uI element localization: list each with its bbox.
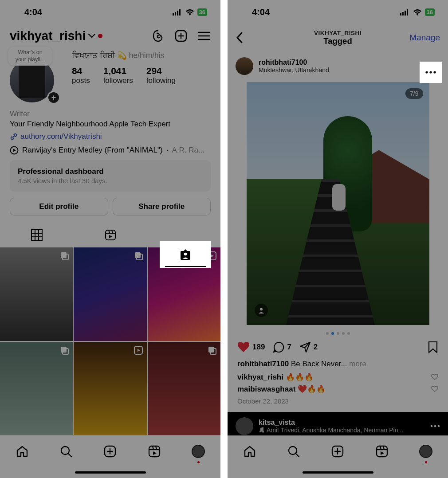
status-right: 36 — [400, 8, 435, 16]
post-avatar[interactable] — [236, 57, 253, 75]
heart-outline-icon[interactable] — [431, 386, 438, 392]
music-row[interactable]: Ranvijay's Entry Medley (From "ANIMAL") … — [0, 146, 220, 160]
svg-line-57 — [383, 446, 384, 450]
search-icon — [287, 445, 300, 458]
svg-point-59 — [429, 71, 432, 73]
next-more-button[interactable] — [430, 425, 440, 427]
comment-icon — [273, 341, 284, 353]
bookmark-icon — [428, 341, 438, 353]
plus-box-icon — [331, 445, 344, 458]
carousel-icon — [59, 345, 69, 355]
action-bar: 189 7 2 — [228, 341, 448, 359]
nav-create[interactable] — [329, 443, 346, 460]
send-icon — [299, 341, 311, 353]
edit-profile-button[interactable]: Edit profile — [10, 198, 108, 215]
comment-button[interactable]: 7 — [273, 341, 291, 353]
home-indicator — [75, 471, 146, 474]
grid-item[interactable] — [74, 247, 146, 341]
svg-line-38 — [156, 446, 157, 450]
stat-following[interactable]: 294following — [146, 66, 176, 85]
svg-point-58 — [425, 71, 428, 73]
wifi-icon — [185, 9, 195, 16]
nav-profile[interactable] — [417, 443, 434, 460]
add-story-badge[interactable]: + — [47, 91, 60, 104]
pronouns: he/him/his — [129, 51, 165, 60]
bio-link[interactable]: authory.com/Vikhyatrishi — [10, 131, 211, 141]
svg-rect-1 — [175, 12, 176, 16]
more-link[interactable]: more — [349, 360, 366, 368]
post-image[interactable]: 7/9 — [247, 82, 429, 325]
grid-item[interactable] — [0, 247, 73, 341]
share-button[interactable]: 2 — [299, 341, 318, 353]
post-location[interactable]: Mukteshwar, Uttarakhand — [259, 67, 329, 74]
nav-profile[interactable] — [190, 443, 207, 460]
svg-point-48 — [438, 425, 440, 427]
username-dropdown[interactable]: vikhyat_rishi — [10, 29, 102, 43]
carousel-pager — [228, 332, 448, 335]
cellular-icon — [173, 9, 182, 16]
svg-rect-44 — [407, 9, 408, 16]
back-button[interactable] — [236, 31, 253, 44]
status-time: 4:04 — [252, 7, 270, 17]
highlight-more-button[interactable] — [420, 62, 442, 83]
nav-reels[interactable] — [146, 443, 163, 460]
nav-reels[interactable] — [373, 443, 390, 460]
threads-icon[interactable] — [151, 29, 165, 43]
nav-home[interactable] — [14, 443, 31, 460]
post-username[interactable]: rohitbhati7100 — [259, 59, 329, 67]
status-bar: 4:04 36 — [0, 0, 220, 24]
like-button[interactable]: 189 — [237, 341, 265, 353]
nav-dot-icon — [425, 461, 427, 463]
highlight-tagged-tab[interactable] — [160, 241, 211, 268]
comment-row[interactable]: vikhyat_rishi 🔥🔥🔥 — [228, 372, 448, 382]
stat-followers[interactable]: 1,041followers — [103, 66, 133, 85]
tab-reels[interactable] — [74, 223, 147, 247]
nav-search[interactable] — [58, 443, 75, 460]
grid-item[interactable] — [0, 342, 73, 435]
svg-line-31 — [68, 454, 71, 457]
next-music: Amit Trivedi, Anushka Manchanda, Neuman … — [259, 427, 403, 434]
manage-link[interactable]: Manage — [409, 33, 440, 43]
svg-point-40 — [184, 253, 187, 256]
save-button[interactable] — [428, 341, 438, 353]
bottom-nav — [228, 435, 448, 478]
nav-dot-icon — [197, 461, 200, 463]
comment-row[interactable]: maibiswasghaat ❤️🔥🔥 — [228, 384, 448, 394]
search-icon — [59, 445, 73, 458]
bio: Writer Your Friendly Neighbourhood Apple… — [0, 102, 220, 146]
svg-rect-43 — [405, 11, 406, 16]
grid-item[interactable] — [148, 342, 220, 435]
username: vikhyat_rishi — [10, 29, 86, 43]
avatar-area[interactable]: What's on your playli... + — [10, 51, 59, 102]
heart-outline-icon[interactable] — [431, 374, 438, 380]
svg-rect-2 — [177, 11, 178, 16]
reels-nav-icon — [148, 445, 161, 458]
caption[interactable]: rohitbhati7100 Be Back Never... more — [228, 359, 448, 370]
nav-search[interactable] — [285, 443, 302, 460]
battery-badge: 36 — [197, 8, 207, 16]
menu-icon[interactable] — [197, 31, 211, 41]
tab-grid[interactable] — [0, 223, 74, 247]
plus-box-icon — [103, 445, 117, 458]
svg-rect-22 — [135, 252, 141, 258]
tagged-people-pill[interactable] — [255, 304, 268, 317]
share-profile-button[interactable]: Share profile — [113, 198, 211, 215]
nav-home[interactable] — [241, 443, 258, 460]
svg-rect-3 — [179, 9, 181, 16]
svg-line-19 — [112, 230, 113, 233]
svg-point-46 — [431, 425, 432, 427]
carousel-icon — [207, 345, 217, 355]
tagged-icon — [178, 247, 193, 262]
grid-item[interactable] — [74, 342, 146, 435]
stat-posts[interactable]: 84posts — [72, 66, 90, 85]
svg-rect-20 — [61, 252, 67, 258]
create-icon[interactable] — [174, 29, 188, 43]
link-icon — [10, 133, 18, 141]
tagged-header: VIKHYAT_RISHI Tagged Manage — [228, 24, 448, 53]
note-bubble[interactable]: What's on your playli... — [8, 47, 52, 66]
reels-nav-icon — [375, 445, 389, 458]
nav-avatar-icon — [419, 445, 432, 458]
dashboard-card[interactable]: Professional dashboard 4.5K views in the… — [10, 160, 211, 192]
next-username: kitsa_vista — [259, 419, 403, 427]
nav-create[interactable] — [102, 443, 118, 460]
